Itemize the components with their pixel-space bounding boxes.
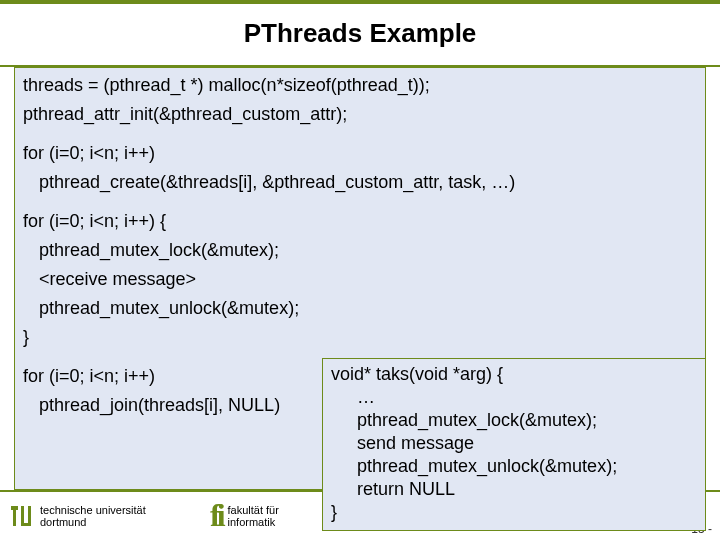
code-line: pthread_attr_init(&pthread_custom_attr); <box>23 103 697 126</box>
code-line: for (i=0; i<n; i++) <box>23 142 697 165</box>
content-area: threads = (pthread_t *) malloc(n*sizeof(… <box>0 67 720 490</box>
code-line: pthread_mutex_lock(&mutex); <box>331 409 697 432</box>
fi-line2: informatik <box>228 516 279 528</box>
fi-line1: fakultät für <box>228 504 279 516</box>
code-line: pthread_mutex_unlock(&mutex); <box>331 455 697 478</box>
tu-logo-icon <box>8 503 34 529</box>
code-line: } <box>23 326 697 349</box>
svg-rect-4 <box>21 523 31 526</box>
slide-title: PThreads Example <box>0 18 720 49</box>
code-line: return NULL <box>331 478 697 501</box>
code-line: pthread_create(&threads[i], &pthread_cus… <box>23 171 697 194</box>
code-line: … <box>331 386 697 409</box>
code-line: pthread_mutex_unlock(&mutex); <box>23 297 697 320</box>
code-line: for (i=0; i<n; i++) { <box>23 210 697 233</box>
code-line: void* taks(void *arg) { <box>331 363 697 386</box>
svg-rect-1 <box>13 506 16 526</box>
overlay-code-box: void* taks(void *arg) { … pthread_mutex_… <box>322 358 706 531</box>
code-line: threads = (pthread_t *) malloc(n*sizeof(… <box>23 74 697 97</box>
code-line: <receive message> <box>23 268 697 291</box>
tu-line2: dortmund <box>40 516 146 528</box>
tu-line1: technische universität <box>40 504 146 516</box>
code-line: pthread_mutex_lock(&mutex); <box>23 239 697 262</box>
tu-text: technische universität dortmund <box>40 504 146 528</box>
code-line: send message <box>331 432 697 455</box>
code-line: } <box>331 501 697 524</box>
fi-text: fakultät für informatik <box>228 504 279 528</box>
fi-logo-icon: fi <box>210 503 222 529</box>
tu-logo-block: technische universität dortmund <box>0 503 210 529</box>
title-area: PThreads Example <box>0 4 720 57</box>
